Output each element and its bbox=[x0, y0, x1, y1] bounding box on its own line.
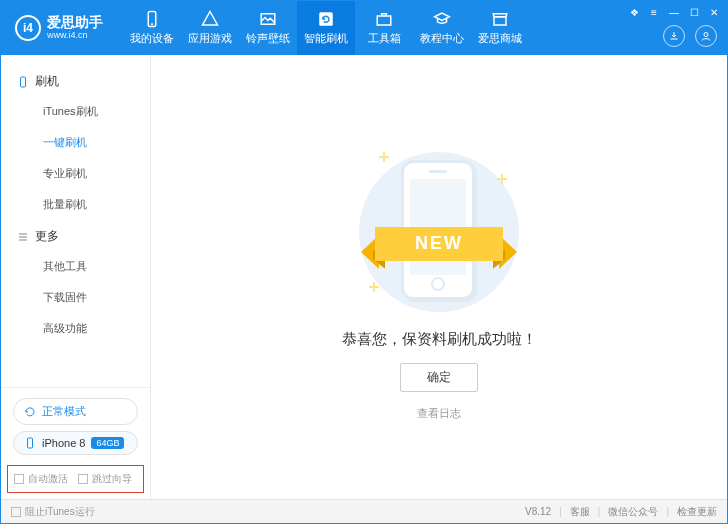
svg-rect-6 bbox=[21, 77, 26, 87]
view-log-link[interactable]: 查看日志 bbox=[417, 406, 461, 421]
svg-rect-3 bbox=[319, 12, 333, 26]
checkbox-icon bbox=[11, 507, 21, 517]
minimize-button[interactable]: — bbox=[667, 5, 681, 19]
refresh-icon bbox=[317, 10, 335, 28]
status-link-wechat[interactable]: 微信公众号 bbox=[608, 505, 658, 519]
store-icon bbox=[491, 10, 509, 28]
checkbox-icon bbox=[14, 474, 24, 484]
version-label: V8.12 bbox=[525, 506, 551, 517]
tab-store[interactable]: 爱思商城 bbox=[471, 1, 529, 55]
device-mode-pill[interactable]: 正常模式 bbox=[13, 398, 138, 425]
tab-toolbox[interactable]: 工具箱 bbox=[355, 1, 413, 55]
graduation-icon bbox=[433, 10, 451, 28]
tab-label: 爱思商城 bbox=[478, 31, 522, 46]
sidebar-item-pro-flash[interactable]: 专业刷机 bbox=[1, 158, 150, 189]
apps-icon bbox=[201, 10, 219, 28]
flash-group-icon bbox=[17, 76, 29, 88]
refresh-mode-icon bbox=[24, 406, 36, 418]
status-link-support[interactable]: 客服 bbox=[570, 505, 590, 519]
success-illustration: NEW bbox=[339, 134, 539, 314]
sidebar-group-flash[interactable]: 刷机 bbox=[1, 65, 150, 96]
ok-button[interactable]: 确定 bbox=[400, 363, 478, 392]
toolbox-icon bbox=[375, 10, 393, 28]
sidebar-item-batch-flash[interactable]: 批量刷机 bbox=[1, 189, 150, 220]
picture-icon bbox=[259, 10, 277, 28]
tab-label: 应用游戏 bbox=[188, 31, 232, 46]
checkbox-icon bbox=[78, 474, 88, 484]
group-title: 更多 bbox=[35, 228, 59, 245]
download-manager-button[interactable] bbox=[663, 25, 685, 47]
tab-ringtones-wallpapers[interactable]: 铃声壁纸 bbox=[239, 1, 297, 55]
main-content: NEW 恭喜您，保资料刷机成功啦！ 确定 查看日志 bbox=[151, 55, 727, 499]
check-skip-guide[interactable]: 跳过向导 bbox=[78, 472, 132, 486]
phone-small-icon bbox=[24, 437, 36, 449]
svg-rect-4 bbox=[377, 16, 391, 25]
app-url: www.i4.cn bbox=[47, 31, 103, 41]
header-tabs: 我的设备 应用游戏 铃声壁纸 智能刷机 工具箱 教程中心 bbox=[123, 1, 529, 55]
check-auto-activate[interactable]: 自动激活 bbox=[14, 472, 68, 486]
settings-icon[interactable]: ❖ bbox=[627, 5, 641, 19]
tab-tutorials[interactable]: 教程中心 bbox=[413, 1, 471, 55]
menu-icon[interactable]: ≡ bbox=[647, 5, 661, 19]
group-title: 刷机 bbox=[35, 73, 59, 90]
tab-smart-flash[interactable]: 智能刷机 bbox=[297, 1, 355, 55]
tab-label: 智能刷机 bbox=[304, 31, 348, 46]
svg-rect-7 bbox=[28, 438, 33, 448]
body: 刷机 iTunes刷机 一键刷机 专业刷机 批量刷机 更多 其他工具 下载固件 … bbox=[1, 55, 727, 499]
logo-icon: i4 bbox=[15, 15, 41, 41]
new-banner: NEW bbox=[375, 227, 503, 261]
sidebar-nav: 刷机 iTunes刷机 一键刷机 专业刷机 批量刷机 更多 其他工具 下载固件 … bbox=[1, 55, 150, 387]
sidebar-item-onekey-flash[interactable]: 一键刷机 bbox=[1, 127, 150, 158]
close-button[interactable]: ✕ bbox=[707, 5, 721, 19]
tab-apps-games[interactable]: 应用游戏 bbox=[181, 1, 239, 55]
sidebar-item-itunes-flash[interactable]: iTunes刷机 bbox=[1, 96, 150, 127]
tab-label: 我的设备 bbox=[130, 31, 174, 46]
sidebar-bottom: 正常模式 iPhone 8 64GB 自动激活 跳过向导 bbox=[1, 387, 150, 499]
more-group-icon bbox=[17, 231, 29, 243]
logo[interactable]: i4 爱思助手 www.i4.cn bbox=[1, 15, 113, 41]
tab-label: 工具箱 bbox=[368, 31, 401, 46]
window-controls: ❖ ≡ — ☐ ✕ bbox=[627, 5, 721, 19]
status-bar: 阻止iTunes运行 V8.12 | 客服 | 微信公众号 | 检查更新 bbox=[1, 499, 727, 523]
svg-point-1 bbox=[151, 24, 153, 26]
sidebar-item-download-firmware[interactable]: 下载固件 bbox=[1, 282, 150, 313]
sidebar: 刷机 iTunes刷机 一键刷机 专业刷机 批量刷机 更多 其他工具 下载固件 … bbox=[1, 55, 151, 499]
device-name: iPhone 8 bbox=[42, 437, 85, 449]
sidebar-group-more[interactable]: 更多 bbox=[1, 220, 150, 251]
app-window: i4 爱思助手 www.i4.cn 我的设备 应用游戏 铃声壁纸 智能刷机 bbox=[0, 0, 728, 524]
tab-label: 铃声壁纸 bbox=[246, 31, 290, 46]
sidebar-flash-options: 自动激活 跳过向导 bbox=[7, 465, 144, 493]
svg-point-5 bbox=[704, 33, 708, 37]
mode-label: 正常模式 bbox=[42, 404, 86, 419]
sidebar-item-other-tools[interactable]: 其他工具 bbox=[1, 251, 150, 282]
device-capacity-badge: 64GB bbox=[91, 437, 124, 449]
app-title: 爱思助手 bbox=[47, 15, 103, 30]
account-button[interactable] bbox=[695, 25, 717, 47]
header: i4 爱思助手 www.i4.cn 我的设备 应用游戏 铃声壁纸 智能刷机 bbox=[1, 1, 727, 55]
check-block-itunes[interactable]: 阻止iTunes运行 bbox=[11, 505, 95, 519]
device-pill[interactable]: iPhone 8 64GB bbox=[13, 431, 138, 455]
header-right-buttons bbox=[663, 25, 717, 47]
tab-my-device[interactable]: 我的设备 bbox=[123, 1, 181, 55]
success-message: 恭喜您，保资料刷机成功啦！ bbox=[342, 330, 537, 349]
status-link-update[interactable]: 检查更新 bbox=[677, 505, 717, 519]
maximize-button[interactable]: ☐ bbox=[687, 5, 701, 19]
sidebar-item-advanced[interactable]: 高级功能 bbox=[1, 313, 150, 344]
device-icon bbox=[143, 10, 161, 28]
tab-label: 教程中心 bbox=[420, 31, 464, 46]
